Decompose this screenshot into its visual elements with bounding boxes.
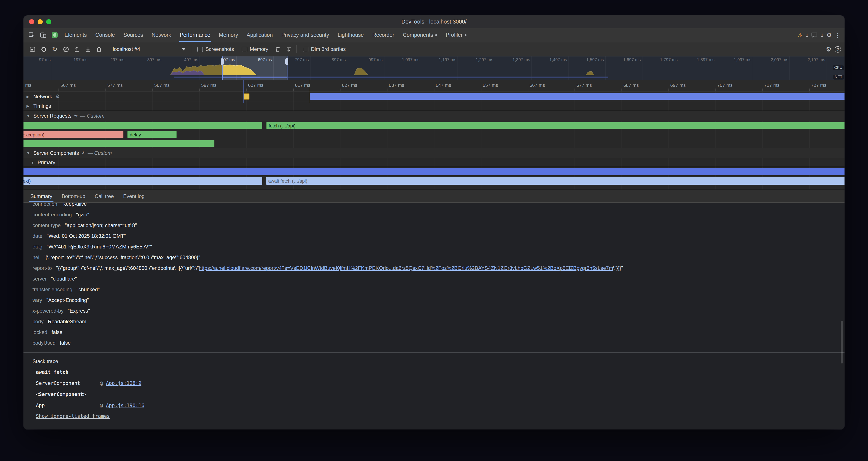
track-bars-row[interactable]: await delay (deferred text)await fetch (… xyxy=(24,176,844,185)
kebab-menu-icon[interactable]: ⋮ xyxy=(835,32,841,38)
record-icon[interactable] xyxy=(38,44,49,55)
tab-performance[interactable]: Performance xyxy=(175,28,214,42)
track-primary[interactable]: ▼Primary xyxy=(24,158,844,167)
dim-3rd-parties-checkbox[interactable]: Dim 3rd parties xyxy=(303,46,346,52)
show-ignore-listed-frames-link[interactable]: Show ignore-listed frames xyxy=(36,413,110,419)
tab-bottom-up[interactable]: Bottom-up xyxy=(57,190,90,202)
capture-settings-gear-icon[interactable]: ⚙ xyxy=(826,46,831,52)
track-network[interactable]: ▶Network⚙ xyxy=(24,92,844,102)
ruler-tick xyxy=(809,88,810,91)
device-toolbar-icon[interactable] xyxy=(37,28,49,42)
tabbar-right-controls: ⚠ 1 1 ⚙ ⋮ xyxy=(798,28,844,42)
minimize-window-button[interactable] xyxy=(38,19,43,24)
tab-application[interactable]: Application xyxy=(242,28,277,42)
record-ring xyxy=(41,47,46,52)
timeline-entry[interactable] xyxy=(310,93,844,99)
ruler-tick xyxy=(340,88,341,91)
track-server-requests[interactable]: ▼Server Requests✳— Custom xyxy=(24,111,844,121)
source-location-link[interactable]: App.js:190:16 xyxy=(106,400,144,411)
tab-sources[interactable]: Sources xyxy=(119,28,147,42)
timeline-entry-delayederror-ayed-exception[interactable]: delayedError (…ayed exception) xyxy=(24,131,123,138)
tab-components[interactable]: Components xyxy=(399,28,441,42)
settings-gear-icon[interactable]: ⚙ xyxy=(826,32,832,38)
source-location-link[interactable]: App.js:128:9 xyxy=(106,378,142,389)
tab-label: Components xyxy=(403,32,433,38)
tab-call-tree[interactable]: Call tree xyxy=(90,190,118,202)
issues-icon[interactable] xyxy=(811,32,818,38)
entry-label: await delay (deferred text) xyxy=(24,178,33,183)
frame-function: App xyxy=(36,400,100,411)
scrollbar[interactable] xyxy=(841,321,843,364)
track-bars-row[interactable]: ServerComponent xyxy=(24,167,844,176)
tab-profiler[interactable]: Profiler xyxy=(441,28,471,42)
summary-pane[interactable]: connection"keep-alive"content-encoding"g… xyxy=(24,203,844,429)
timeline-overview[interactable]: 97 ms197 ms297 ms397 ms497 ms597 ms697 m… xyxy=(24,56,844,80)
report-to-url-link[interactable]: https://a.nel.cloudflare.com/report/v4?s… xyxy=(199,265,613,271)
tab-memory[interactable]: Memory xyxy=(215,28,242,42)
track-config-gear-icon[interactable]: ⚙ xyxy=(56,94,60,99)
timeline-entry[interactable] xyxy=(244,93,250,99)
record-and-reload-icon[interactable]: ↻ xyxy=(49,44,60,55)
ruler-label: 597 ms xyxy=(199,83,217,88)
extension-glyph xyxy=(52,32,58,38)
chevron-down-icon[interactable]: ▼ xyxy=(31,160,35,165)
ruler-tick xyxy=(246,88,247,91)
tab-recorder[interactable]: Recorder xyxy=(368,28,399,42)
tab-lighthouse[interactable]: Lighthouse xyxy=(333,28,368,42)
timeline-entry-await-delay-deferred-text[interactable]: await delay (deferred text) xyxy=(24,177,262,185)
timeline-entry-delay[interactable]: delay xyxy=(127,131,177,138)
selection-handle-left[interactable] xyxy=(222,56,223,80)
tab-label: Application xyxy=(247,32,273,38)
track-server-components[interactable]: ▼Server Components✳— Custom xyxy=(24,148,844,158)
window-titlebar[interactable]: DevTools - localhost:3000/ xyxy=(24,16,844,28)
track-name: Network xyxy=(33,93,52,99)
timeline-entry-delay-deferred-text[interactable]: delay (deferred text) xyxy=(24,122,262,129)
history-select[interactable]: localhost #4 xyxy=(110,44,189,54)
memory-checkbox[interactable]: Memory xyxy=(242,46,268,52)
help-icon[interactable]: ? xyxy=(835,46,841,52)
toggle-panel-icon[interactable] xyxy=(27,44,38,55)
timeline-entry-servercomponent[interactable]: ServerComponent xyxy=(24,168,844,175)
collect-garbage-icon[interactable] xyxy=(272,44,283,55)
header-key: x-powered-by xyxy=(32,306,63,316)
tab-summary[interactable]: Summary xyxy=(26,190,57,202)
live-metrics-home-icon[interactable] xyxy=(94,44,105,55)
timeline-entry-fetch-api[interactable]: fetch (…/api) xyxy=(266,122,844,129)
track-bars-row[interactable]: delay xyxy=(24,139,844,148)
network-throttle-icon[interactable] xyxy=(283,44,294,55)
load-profile-icon[interactable] xyxy=(71,44,83,55)
chevron-right-icon[interactable]: ▶ xyxy=(27,94,31,98)
tab-console[interactable]: Console xyxy=(91,28,119,42)
track-bars-row[interactable]: delayedError (…ayed exception)delay xyxy=(24,130,844,139)
toolbar-right-controls: ⚙ ? xyxy=(826,46,841,52)
chevron-down-icon[interactable]: ▼ xyxy=(27,151,31,155)
tab-event-log[interactable]: Event log xyxy=(119,190,149,202)
ruler-label: 707 ms xyxy=(715,83,733,88)
ruler-label: 667 ms xyxy=(528,83,545,88)
screenshots-checkbox[interactable]: Screenshots xyxy=(197,46,234,52)
header-value: ReadableStream xyxy=(48,316,86,327)
tab-network[interactable]: Network xyxy=(147,28,176,42)
warning-icon[interactable]: ⚠ xyxy=(798,32,803,38)
zoom-window-button[interactable] xyxy=(46,19,51,24)
tab-elements[interactable]: Elements xyxy=(60,28,91,42)
chevron-right-icon[interactable]: ▶ xyxy=(27,104,31,108)
tab-privacy-and-security[interactable]: Privacy and security xyxy=(277,28,333,42)
inspect-element-icon[interactable] xyxy=(26,28,37,42)
tracks-area[interactable]: ▶Network⚙▶Timings▼Server Requests✳— Cust… xyxy=(24,91,844,190)
clear-icon[interactable] xyxy=(60,44,71,55)
timeline-entry-await-fetch-api[interactable]: await fetch (…/api) xyxy=(266,177,844,185)
header-value: false xyxy=(52,327,62,338)
header-row-report-to: report-to"{\"group\":\"cf-nel\",\"max_ag… xyxy=(32,263,844,274)
traffic-lights xyxy=(29,16,51,28)
extension-icon[interactable] xyxy=(49,28,60,42)
selection-handle-right[interactable] xyxy=(287,56,287,80)
track-timings[interactable]: ▶Timings xyxy=(24,102,844,111)
close-window-button[interactable] xyxy=(29,19,34,24)
chevron-down-icon[interactable]: ▼ xyxy=(27,114,31,118)
save-profile-icon[interactable] xyxy=(83,44,94,55)
frame-function: ServerComponent xyxy=(36,378,100,389)
timeline-entry-delay[interactable]: delay xyxy=(24,140,214,147)
ruler-tick xyxy=(715,88,716,91)
track-bars-row[interactable]: delay (deferred text)fetch (…/api) xyxy=(24,121,844,130)
